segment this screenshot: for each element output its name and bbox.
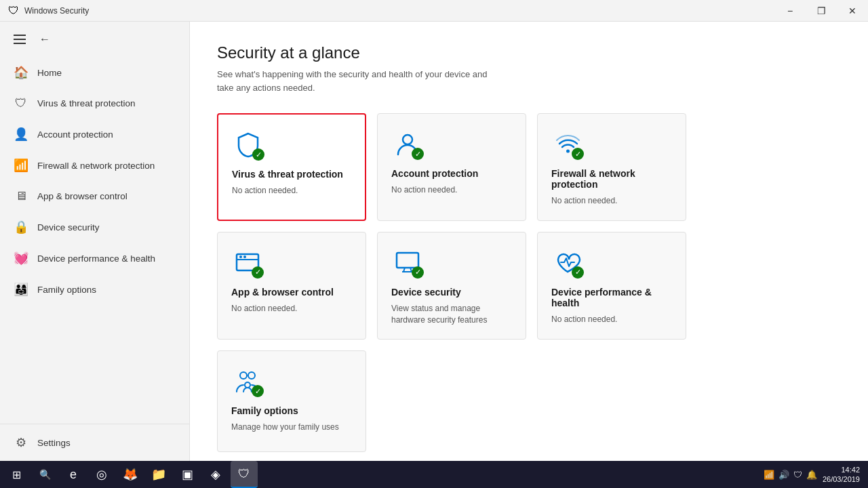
search-button[interactable]: 🔍	[31, 461, 58, 488]
svg-point-4	[239, 256, 242, 258]
check-badge-device-security: ✓	[412, 266, 424, 279]
card-desc-device-health: No action needed.	[551, 314, 672, 325]
notification-tray-icon[interactable]: 🔔	[806, 470, 817, 480]
app-icon: 🛡	[8, 5, 19, 17]
card-title-family: Family options	[231, 405, 352, 416]
nav-item-label-device: Device security	[37, 222, 100, 232]
nav-item-label-virus: Virus & threat protection	[37, 98, 136, 108]
card-desc-device-security: View status and manage hardware security…	[391, 303, 512, 326]
card-firewall[interactable]: ✓ Firewall & network protection No actio…	[537, 113, 686, 221]
taskbar: ⊞ 🔍 e◎🦊📁▣◈🛡 📶 🔊 🛡 🔔 14:42 26/03/2019	[0, 461, 868, 488]
card-device-health[interactable]: ✓ Device performance & health No action …	[537, 232, 686, 340]
nav-item-account[interactable]: 👤 Account protection	[0, 119, 189, 150]
taskbar-app-cmd[interactable]: ▣	[174, 461, 201, 488]
check-badge-device-health: ✓	[572, 266, 584, 279]
taskbar-apps: e◎🦊📁▣◈🛡	[60, 461, 258, 488]
card-desc-account: No action needed.	[391, 184, 512, 196]
settings-label: Settings	[37, 438, 71, 448]
volume-tray-icon[interactable]: 🔊	[778, 470, 789, 480]
card-title-device-security: Device security	[391, 287, 512, 298]
nav-item-label-family: Family options	[37, 285, 96, 295]
start-button[interactable]: ⊞	[3, 461, 30, 488]
nav-item-label-account: Account protection	[37, 129, 113, 140]
card-title-device-health: Device performance & health	[551, 287, 672, 308]
check-badge-account: ✓	[412, 148, 424, 160]
app-icon: 🖥	[13, 189, 29, 203]
nav-item-home[interactable]: 🏠 Home	[0, 57, 189, 88]
card-icon-family: ✓	[231, 365, 264, 397]
card-app-browser[interactable]: ✓ App & browser control No action needed…	[217, 232, 366, 340]
account-icon: 👤	[13, 127, 29, 142]
check-badge-firewall: ✓	[572, 148, 584, 160]
check-badge-app-browser: ✓	[252, 266, 264, 279]
card-device-security[interactable]: ✓ Device security View status and manage…	[377, 232, 526, 340]
nav-item-label-app: App & browser control	[37, 191, 127, 201]
nav-items: 🏠 Home 🛡 Virus & threat protection 👤 Acc…	[0, 57, 189, 424]
nav-item-performance[interactable]: 💓 Device performance & health	[0, 243, 189, 274]
taskbar-app-shield[interactable]: 🛡	[231, 461, 258, 488]
performance-icon: 💓	[13, 251, 29, 266]
restore-button[interactable]: ❐	[806, 0, 837, 22]
card-title-app-browser: App & browser control	[231, 287, 352, 298]
taskbar-clock[interactable]: 14:42 26/03/2019	[820, 465, 863, 485]
taskbar-app-ie[interactable]: e	[60, 461, 87, 488]
card-icon-virus: ✓	[232, 128, 264, 161]
card-title-firewall: Firewall & network protection	[551, 168, 672, 190]
svg-point-1	[566, 150, 570, 153]
app-body: ← 🏠 Home 🛡 Virus & threat protection 👤 A…	[0, 22, 868, 461]
svg-point-5	[243, 256, 246, 258]
taskbar-app-chrome[interactable]: ◎	[88, 461, 115, 488]
nav-item-label-performance: Device performance & health	[37, 253, 155, 264]
notification-area: 📶 🔊 🛡 🔔	[764, 470, 817, 480]
family-icon: 👨‍👩‍👧	[13, 282, 29, 297]
card-desc-virus: No action needed.	[232, 185, 351, 197]
taskbar-app-explorer[interactable]: 📁	[145, 461, 172, 488]
nav-item-app[interactable]: 🖥 App & browser control	[0, 181, 189, 211]
clock-time: 14:42	[823, 465, 860, 474]
card-desc-firewall: No action needed.	[551, 195, 672, 207]
main-content: Security at a glance See what's happenin…	[190, 22, 868, 461]
card-virus[interactable]: ✓ Virus & threat protection No action ne…	[217, 113, 366, 221]
card-family[interactable]: ✓ Family options Manage how your family …	[217, 350, 366, 452]
nav-item-virus[interactable]: 🛡 Virus & threat protection	[0, 88, 189, 119]
card-account[interactable]: ✓ Account protection No action needed.	[377, 113, 526, 221]
nav-item-family[interactable]: 👨‍👩‍👧 Family options	[0, 274, 189, 305]
hamburger-button[interactable]	[11, 32, 28, 47]
card-title-virus: Virus & threat protection	[232, 169, 351, 180]
title-bar-title: Windows Security	[24, 6, 89, 16]
sidebar-bottom: ⚙ Settings	[0, 424, 189, 461]
card-desc-app-browser: No action needed.	[231, 303, 352, 314]
nav-item-label-firewall: Firewall & network protection	[37, 161, 155, 171]
sidebar: ← 🏠 Home 🛡 Virus & threat protection 👤 A…	[0, 22, 190, 461]
nav-item-label-home: Home	[37, 68, 62, 78]
svg-rect-6	[397, 253, 418, 268]
taskbar-app-app2[interactable]: ◈	[202, 461, 229, 488]
clock-date: 26/03/2019	[823, 474, 860, 484]
card-icon-app-browser: ✓	[231, 246, 264, 279]
check-badge-virus: ✓	[252, 148, 264, 161]
check-badge-family: ✓	[252, 385, 264, 397]
svg-point-11	[248, 372, 255, 379]
window-controls: − ❐ ✕	[774, 0, 868, 22]
nav-item-settings[interactable]: ⚙ Settings	[0, 427, 189, 458]
svg-point-12	[245, 382, 250, 388]
back-button[interactable]: ←	[37, 30, 53, 48]
taskbar-app-firefox[interactable]: 🦊	[117, 461, 144, 488]
sidebar-header: ←	[0, 22, 189, 57]
shield-tray-icon[interactable]: 🛡	[793, 470, 802, 480]
home-icon: 🏠	[13, 65, 29, 80]
card-icon-device-health: ✓	[551, 246, 584, 279]
title-bar: 🛡 Windows Security − ❐ ✕	[0, 0, 868, 22]
minimize-button[interactable]: −	[774, 0, 806, 22]
card-icon-account: ✓	[391, 127, 424, 160]
card-icon-firewall: ✓	[551, 127, 584, 160]
nav-item-device[interactable]: 🔒 Device security	[0, 211, 189, 243]
page-title: Security at a glance	[217, 43, 841, 62]
network-tray-icon[interactable]: 📶	[764, 470, 774, 480]
svg-point-0	[403, 135, 412, 144]
firewall-icon: 📶	[13, 158, 29, 173]
settings-icon: ⚙	[13, 435, 29, 450]
taskbar-right: 📶 🔊 🛡 🔔 14:42 26/03/2019	[764, 465, 865, 485]
nav-item-firewall[interactable]: 📶 Firewall & network protection	[0, 150, 189, 181]
close-button[interactable]: ✕	[837, 0, 868, 22]
